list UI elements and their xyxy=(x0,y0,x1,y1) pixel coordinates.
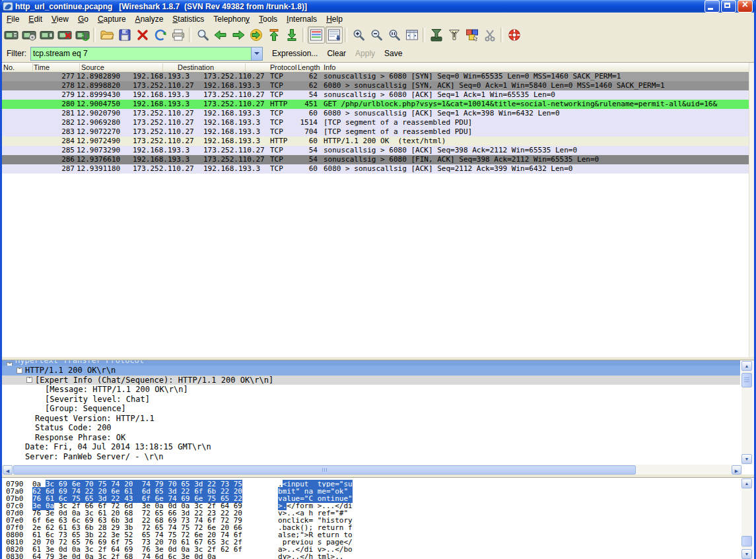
details-horizontal-scrollbar[interactable] xyxy=(2,465,742,475)
go-forward-button[interactable] xyxy=(230,26,247,44)
hex-scroll-down-arrow-icon[interactable] xyxy=(741,549,752,559)
packet-row-287[interactable]: 28712.9391180173.252.110.27192.168.193.3… xyxy=(2,164,752,174)
capture-interfaces-button[interactable] xyxy=(3,26,20,44)
column-separator[interactable] xyxy=(301,63,302,71)
help-button[interactable] xyxy=(506,26,523,44)
packet-row-282[interactable]: 28212.9069280173.252.110.27192.168.193.3… xyxy=(2,118,752,127)
menu-analyze[interactable]: Analyze xyxy=(131,13,168,25)
column-header-time[interactable]: Time xyxy=(34,63,50,71)
capture-filters-button[interactable] xyxy=(428,26,445,44)
zoom-in-button[interactable] xyxy=(350,26,367,44)
detail-row[interactable]: Hypertext Transfer Protocol xyxy=(2,360,740,366)
capture-stop-button[interactable] xyxy=(56,26,73,44)
filter-clear-button[interactable]: Clear xyxy=(327,49,346,58)
details-vertical-scrollbar[interactable] xyxy=(741,360,753,465)
column-separator[interactable] xyxy=(79,63,80,71)
print-button[interactable] xyxy=(170,26,187,44)
column-separator[interactable] xyxy=(275,63,275,71)
reload-button[interactable] xyxy=(152,26,169,44)
zoom-out-button[interactable] xyxy=(368,26,385,44)
menu-telephony[interactable]: Telephony xyxy=(209,13,254,25)
detail-row[interactable]: [Message: HTTP/1.1 200 OK\r\n] xyxy=(2,385,740,395)
go-to-bottom-button[interactable] xyxy=(283,26,300,44)
minimize-button[interactable] xyxy=(704,0,720,13)
menu-help[interactable]: Help xyxy=(322,13,347,25)
filter-dropdown-arrow-icon[interactable] xyxy=(251,48,262,60)
column-header-no[interactable]: No. xyxy=(3,63,15,71)
packet-row-283[interactable]: 28312.9072270173.252.110.27192.168.193.3… xyxy=(2,127,752,137)
autoscroll-toggle-button[interactable] xyxy=(326,26,343,44)
go-back-button[interactable] xyxy=(212,26,229,44)
column-separator[interactable] xyxy=(245,63,246,71)
go-to-top-button[interactable] xyxy=(265,26,283,44)
scroll-right-arrow-icon[interactable] xyxy=(732,465,741,475)
display-filters-button[interactable] xyxy=(446,26,463,44)
colorize-toggle-button[interactable] xyxy=(308,26,325,44)
detail-row[interactable]: Status Code: 200 xyxy=(2,423,740,433)
filter-input[interactable] xyxy=(31,48,251,60)
filter-expression-button[interactable]: Expression... xyxy=(272,49,318,58)
coloring-rules-button[interactable] xyxy=(464,26,481,44)
column-separator[interactable] xyxy=(162,63,163,71)
scroll-down-arrow-icon[interactable] xyxy=(741,454,752,464)
packet-row-281[interactable]: 28112.9020790173.252.110.27192.168.193.3… xyxy=(2,109,752,118)
detail-row[interactable]: [Group: Sequence] xyxy=(2,404,740,414)
file-close-button[interactable] xyxy=(134,26,151,44)
go-to-packet-button[interactable] xyxy=(248,26,265,44)
file-save-button[interactable] xyxy=(116,26,133,44)
menu-tools[interactable]: Tools xyxy=(254,13,282,25)
hex-scroll-up-arrow-icon[interactable] xyxy=(741,478,752,488)
cell-dst: 192.168.193.3 xyxy=(203,118,260,127)
menu-internals[interactable]: Internals xyxy=(282,13,322,25)
column-header-source[interactable]: Source xyxy=(81,63,104,71)
packet-row-286[interactable]: 28612.9376610192.168.193.3173.252.110.27… xyxy=(2,155,752,164)
titlebar[interactable]: http_url_continue.pcapng [Wireshark 1.8.… xyxy=(0,0,756,13)
detail-row[interactable]: HTTP/1.1 200 OK\r\n xyxy=(2,366,740,376)
hex-vscroll-thumb[interactable] xyxy=(741,536,752,546)
detail-row[interactable]: Date: Fri, 04 Jul 2014 13:18:15 GMT\r\n xyxy=(2,442,740,452)
capture-start-button[interactable] xyxy=(38,26,55,44)
detail-row[interactable]: Request Version: HTTP/1.1 xyxy=(2,414,740,424)
packet-row-284[interactable]: 28412.9072490173.252.110.27192.168.193.3… xyxy=(2,137,752,146)
maximize-button[interactable] xyxy=(721,0,736,13)
detail-row[interactable]: Response Phrase: OK xyxy=(2,433,740,443)
collapse-expander-icon[interactable] xyxy=(26,377,32,383)
packet-row-277[interactable]: 27712.8982890192.168.193.3173.252.110.27… xyxy=(2,72,752,81)
toolbar-separator xyxy=(302,28,305,42)
capture-options-button[interactable] xyxy=(20,26,38,44)
detail-row[interactable]: Server: PanWeb Server/ - \r\n xyxy=(2,452,740,462)
packet-row-285[interactable]: 28512.9073290192.168.193.3173.252.110.27… xyxy=(2,146,752,155)
filter-label[interactable]: Filter: xyxy=(7,49,26,58)
packet-row-279[interactable]: 27912.8999430192.168.193.3173.252.110.27… xyxy=(2,90,752,100)
close-button[interactable] xyxy=(738,0,753,13)
hex-row[interactable]: 083064 79 3e 0d 0a 3c 2f 68 74 6d 6c 3e … xyxy=(2,553,740,559)
menu-file[interactable]: File xyxy=(2,13,24,25)
column-header-info[interactable]: Info xyxy=(324,63,335,71)
file-open-button[interactable] xyxy=(98,26,116,44)
menu-capture[interactable]: Capture xyxy=(93,13,131,25)
cell-info: 6080 > sonuscallsig [ACK] Seq=1 Ack=398 … xyxy=(324,109,751,118)
menu-edit[interactable]: Edit xyxy=(24,13,47,25)
detail-row[interactable]: [Expert Info (Chat/Sequence): HTTP/1.1 2… xyxy=(2,376,740,385)
packet-row-278[interactable]: 27812.8998820173.252.110.27192.168.193.3… xyxy=(2,81,752,90)
collapse-expander-icon[interactable] xyxy=(17,368,22,374)
preferences-button[interactable] xyxy=(481,26,498,44)
column-header-destination[interactable]: Destination xyxy=(178,63,214,71)
filter-save-button[interactable]: Save xyxy=(384,49,402,58)
menu-go[interactable]: Go xyxy=(73,13,93,25)
find-packet-button[interactable] xyxy=(194,26,211,44)
scroll-up-arrow-icon[interactable] xyxy=(741,361,752,371)
resize-columns-button[interactable] xyxy=(403,26,421,44)
detail-row[interactable]: [Severity level: Chat] xyxy=(2,395,740,405)
packet-list-scroll-track[interactable] xyxy=(749,63,754,358)
zoom-100-button[interactable] xyxy=(386,26,403,44)
details-hscroll-thumb[interactable] xyxy=(13,465,636,475)
column-separator[interactable] xyxy=(32,63,33,71)
scroll-left-arrow-icon[interactable] xyxy=(3,465,13,475)
packet-row-280[interactable]: 28012.9004750192.168.193.3173.252.110.27… xyxy=(2,100,752,109)
menu-statistics[interactable]: Statistics xyxy=(168,13,209,25)
menu-view[interactable]: View xyxy=(47,13,73,25)
details-vscroll-thumb[interactable] xyxy=(741,373,752,387)
capture-restart-button[interactable] xyxy=(74,26,91,44)
hex-vertical-scrollbar[interactable] xyxy=(741,478,753,559)
